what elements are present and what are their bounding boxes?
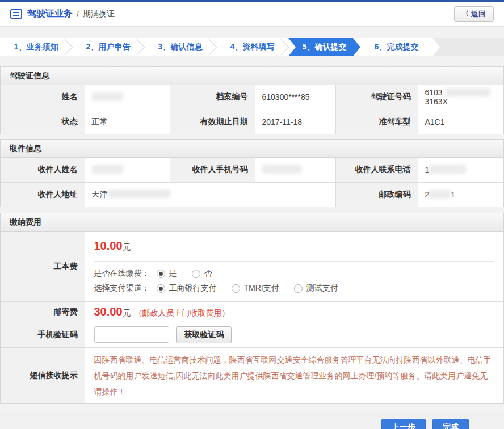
status-label: 状态 [1,110,85,134]
pickup-info-section: 取件信息 收件人姓名 收件人手机号码 收件人联系电话 1 收件人地址 天津 邮政… [0,139,504,207]
sms-tip-label: 短信接收提示 [1,348,85,404]
page-title: 驾驶证业务 [27,8,73,20]
radio-label: 测试支付 [306,283,338,293]
redacted-recipient-address [108,190,170,198]
status-value: 正常 [85,110,170,134]
online-pay-caption: 是否在线缴费： [94,268,150,279]
postage-note: （邮政人员上门收取费用） [135,308,230,317]
recipient-mobile-value [255,158,335,182]
file-no-label: 档案编号 [170,85,255,110]
postage-row: 邮寄费 30.00元（邮政人员上门收取费用） [1,302,503,322]
step-5-confirm-submit-active: 5、确认提交 [288,38,360,56]
sms-tip-row: 短信接收提示 因陕西省联通、电信运营商技术问题，陕西省互联网交通安全综合服务管理… [1,348,503,404]
sms-code-input[interactable] [94,326,169,343]
file-no-value: 610300****85 [255,85,335,110]
postage-label: 邮寄费 [1,302,85,322]
back-button[interactable]: 〈 返回 [454,6,494,22]
page-header: 驾驶证业务 / 期满换证 〈 返回 [0,2,504,27]
recipient-name-value [85,158,170,182]
radio-label: 否 [204,268,212,279]
radio-unselected-icon [294,284,303,293]
license-no-suffix: 3163X [425,97,448,106]
fees-title: 缴纳费用 [1,213,503,232]
card-fee-cell: 10.00元 是否在线缴费： 是 否 [85,232,503,302]
redacted-recipient-phone [429,165,466,174]
table-row: 收件人地址 天津 邮政编码 21 [1,182,503,207]
license-info-title: 驾驶证信息 [1,67,503,85]
card-fee-row: 工本费 10.00元 是否在线缴费： 是 否 [1,232,503,302]
license-info-section: 驾驶证信息 姓名 档案编号 610300****85 驾驶证号码 6103 31… [0,66,504,134]
step-6-finish-submit: 6、完成提交 [360,38,432,56]
previous-step-button[interactable]: 上一步 [381,419,426,429]
table-row: 状态 正常 有效期止日期 2017-11-18 准驾车型 A1C1 [1,110,503,134]
fees-section: 缴纳费用 工本费 10.00元 是否在线缴费： 是 [0,213,504,404]
card-fee-label: 工本费 [1,232,85,302]
postcode-suffix: 1 [451,190,455,199]
get-sms-code-button[interactable]: 获取验证码 [176,326,232,343]
license-no-label: 驾驶证号码 [335,85,418,110]
redacted-recipient-name [92,165,123,174]
recipient-name-label: 收件人姓名 [1,158,85,182]
currency-unit: 元 [123,308,131,317]
pay-channel-line: 选择支付渠道： 工商银行支付 TMRI支付 测试支付 [94,283,495,293]
recipient-mobile-label: 收件人手机号码 [170,158,255,182]
redacted-postcode [429,190,451,199]
radio-selected-icon [157,284,165,293]
finish-button[interactable]: 完成 [432,419,469,429]
recipient-phone-value: 1 [418,158,503,182]
redacted-name [92,92,123,101]
vehicle-class-value: A1C1 [418,110,503,134]
table-row: 姓名 档案编号 610300****85 驾驶证号码 6103 3163X [1,85,503,110]
sms-tip-cell: 因陕西省联通、电信运营商技术问题，陕西省互联网交通安全综合服务管理平台无法向持陕… [85,348,503,404]
radio-label: 是 [169,268,177,279]
license-no-value: 6103 3163X [418,85,503,110]
pay-channel-caption: 选择支付渠道： [94,283,150,293]
vehicle-class-label: 准驾车型 [335,110,418,134]
license-info-table: 姓名 档案编号 610300****85 驾驶证号码 6103 3163X 状态… [1,85,503,134]
license-card-icon [10,9,22,19]
back-button-label: 返回 [471,9,486,19]
radio-label: 工商银行支付 [169,283,217,293]
footer-action-bar: 上一步 完成 [0,411,504,429]
expiry-value: 2017-11-18 [255,110,335,134]
license-no-prefix: 6103 [425,88,443,97]
radio-label: TMRI支付 [244,283,279,293]
step-2-user-declaration: 2、用户申告 [72,38,144,56]
redacted-license-no [445,88,490,96]
sms-tip-text: 因陕西省联通、电信运营商技术问题，陕西省互联网交通安全综合服务管理平台无法向持陕… [85,348,504,403]
radio-online-pay-no[interactable]: 否 [192,268,212,279]
sms-code-label: 手机验证码 [1,322,85,348]
redacted-recipient-mobile [262,165,302,174]
radio-channel-icbc[interactable]: 工商银行支付 [157,283,217,293]
step-1-business-notice: 1、业务须知 [0,38,72,56]
breadcrumb-current: 期满换证 [83,9,115,19]
sms-code-cell: 获取验证码 [85,322,503,348]
recipient-phone-label: 收件人联系电话 [335,158,418,182]
steps-filler [432,38,504,56]
postage-amount: 30.00 [94,305,123,318]
fees-table: 工本费 10.00元 是否在线缴费： 是 否 [1,232,503,403]
card-fee-amount-line: 10.00元 [94,232,495,261]
step-4-fill-data: 4、资料填写 [216,38,288,56]
recipient-address-prefix: 天津 [92,190,108,199]
sms-code-row: 手机验证码 获取验证码 [1,322,503,348]
radio-unselected-icon [192,270,200,278]
pickup-info-table: 收件人姓名 收件人手机号码 收件人联系电话 1 收件人地址 天津 邮政编码 21 [1,158,503,207]
radio-selected-icon [157,270,165,278]
step-3-confirm-info: 3、确认信息 [144,38,216,56]
recipient-address-value: 天津 [85,182,335,207]
card-fee-amount: 10.00 [94,239,123,252]
radio-online-pay-yes[interactable]: 是 [157,268,177,279]
postage-cell: 30.00元（邮政人员上门收取费用） [85,302,503,322]
payment-options-block: 是否在线缴费： 是 否 选择支付渠道： [94,261,495,301]
name-value [85,85,170,110]
pickup-info-title: 取件信息 [1,140,503,158]
postcode-prefix: 2 [425,190,430,199]
radio-channel-tmri[interactable]: TMRI支付 [232,283,279,293]
currency-unit: 元 [123,242,131,251]
expiry-label: 有效期止日期 [170,110,255,134]
name-label: 姓名 [1,85,85,110]
online-pay-line: 是否在线缴费： 是 否 [94,268,495,279]
back-chevron-icon: 〈 [462,9,469,19]
radio-channel-test[interactable]: 测试支付 [294,283,338,293]
